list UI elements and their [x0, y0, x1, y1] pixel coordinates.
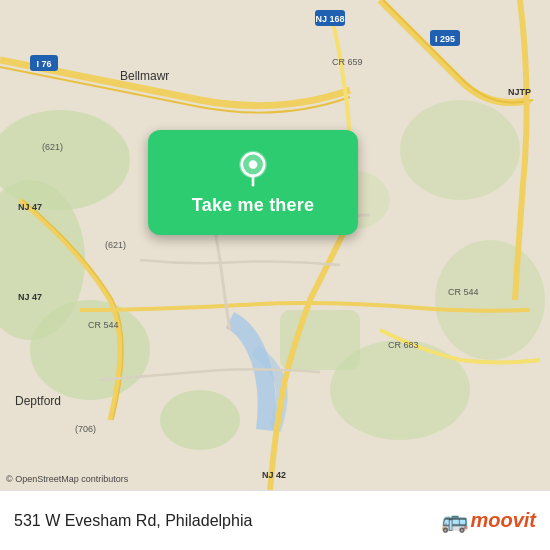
address-text: 531 W Evesham Rd, Philadelphia [14, 512, 441, 530]
moovit-icon: 🚌 [441, 508, 468, 534]
svg-point-3 [30, 300, 150, 400]
moovit-logo: 🚌 moovit [441, 508, 536, 534]
svg-text:CR 544: CR 544 [448, 287, 479, 297]
svg-point-8 [400, 100, 520, 200]
svg-text:(621): (621) [42, 142, 63, 152]
svg-text:Deptford: Deptford [15, 394, 61, 408]
take-me-there-button[interactable]: Take me there [148, 130, 358, 235]
svg-text:(706): (706) [75, 424, 96, 434]
svg-text:CR 683: CR 683 [388, 340, 419, 350]
moovit-brand: moovit [470, 509, 536, 532]
svg-text:(621): (621) [105, 240, 126, 250]
bottom-bar: 531 W Evesham Rd, Philadelphia 🚌 moovit [0, 490, 550, 550]
svg-text:NJ 42: NJ 42 [262, 470, 286, 480]
map-background: I 76 I 295 NJTP NJ 168 NJ 47 NJ 47 NJ 42… [0, 0, 550, 490]
svg-text:CR 544: CR 544 [88, 320, 119, 330]
svg-point-32 [249, 160, 258, 169]
svg-text:I 76: I 76 [36, 59, 51, 69]
svg-text:NJTP: NJTP [508, 87, 531, 97]
svg-text:NJ 47: NJ 47 [18, 292, 42, 302]
svg-text:Bellmawr: Bellmawr [120, 69, 169, 83]
svg-text:© OpenStreetMap contributors: © OpenStreetMap contributors [6, 474, 129, 484]
map-container: I 76 I 295 NJTP NJ 168 NJ 47 NJ 47 NJ 42… [0, 0, 550, 490]
svg-text:CR 659: CR 659 [332, 57, 363, 67]
take-me-there-label: Take me there [192, 195, 314, 216]
svg-text:I 295: I 295 [435, 34, 455, 44]
address-section: 531 W Evesham Rd, Philadelphia 🚌 moovit [14, 508, 536, 534]
svg-text:NJ 168: NJ 168 [315, 14, 344, 24]
location-pin-icon [234, 149, 272, 187]
svg-text:NJ 47: NJ 47 [18, 202, 42, 212]
svg-point-7 [435, 240, 545, 360]
svg-point-4 [160, 390, 240, 450]
